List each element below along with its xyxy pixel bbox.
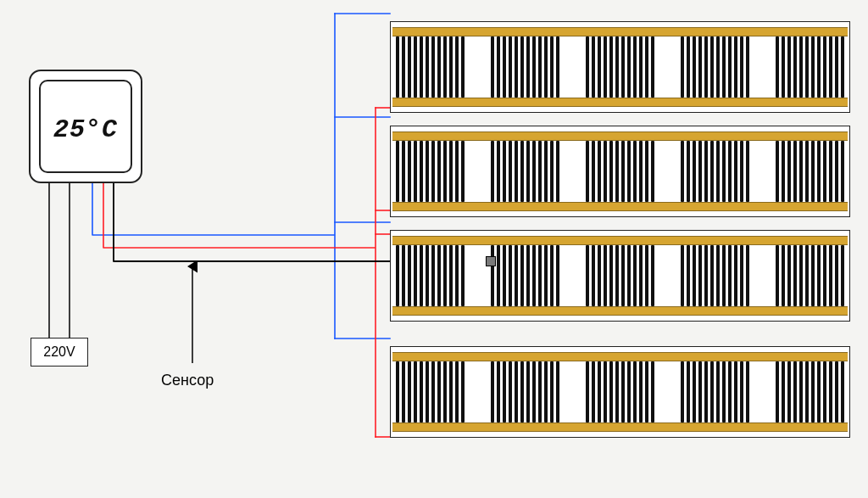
thermostat: 25°C (29, 70, 142, 183)
wiring-diagram: 25°C 220V Сенсор (0, 0, 868, 498)
heating-panel-1 (390, 21, 850, 113)
panel-busbar-bottom (392, 422, 848, 432)
panel-busbar-top (392, 131, 848, 141)
panel-busbar-top (392, 352, 848, 361)
panel-heating-stripes (391, 36, 849, 98)
power-supply-label: 220V (43, 344, 75, 360)
panel-busbar-bottom (392, 98, 848, 107)
panel-heating-stripes (391, 141, 849, 202)
panel-busbar-bottom (392, 306, 848, 316)
panel-heating-stripes (391, 245, 849, 306)
heating-panel-4 (390, 346, 850, 438)
heating-panel-2 (390, 126, 850, 217)
thermostat-display: 25°C (41, 115, 131, 144)
heating-panel-3 (390, 230, 850, 322)
panel-busbar-bottom (392, 202, 848, 211)
panel-heating-stripes (391, 361, 849, 422)
panel-busbar-top (392, 236, 848, 245)
sensor-label: Сенсор (161, 372, 214, 389)
sensor-tip (486, 256, 496, 266)
panel-busbar-top (392, 27, 848, 36)
power-supply-box: 220V (31, 338, 88, 367)
thermostat-screen: 25°C (39, 80, 132, 173)
